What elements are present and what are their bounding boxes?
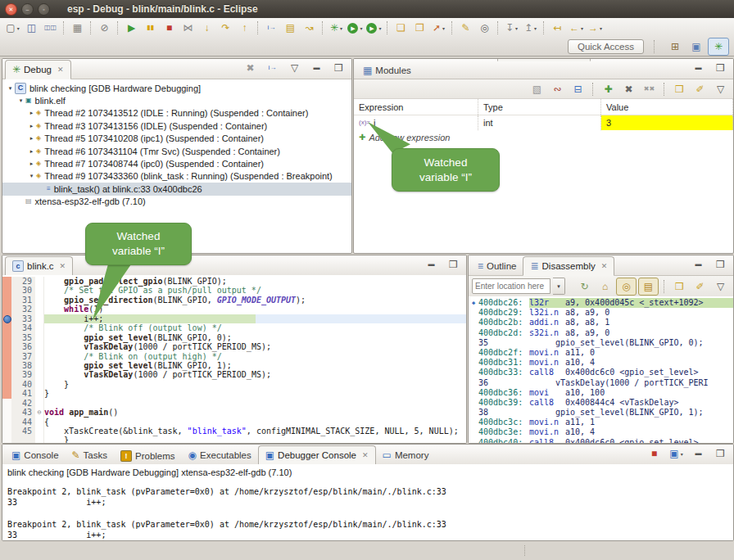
code-line-31[interactable]: 31 gpio_set_direction(BLINK_GPIO, GPIO_M… <box>2 296 466 305</box>
code-line-38[interactable]: 38 gpio_set_level(BLINK_GPIO, 1); <box>2 361 466 370</box>
disasm-line-400dbc3e[interactable]: 400dbc3e:movi.na10, 4 <box>469 427 733 437</box>
tab-executables[interactable]: ◉Executables <box>182 446 258 464</box>
disasm-line-400dbc3c[interactable]: 400dbc3c:movi.na11, 1 <box>469 418 733 427</box>
code-line-37[interactable]: 37 /* Blink on (output high) */ <box>2 352 466 361</box>
tab-outline[interactable]: ≡Outline <box>471 257 523 275</box>
tab-blink-c[interactable]: cblink.c✕ <box>5 256 73 276</box>
expand-arrow-icon[interactable]: ▾ <box>6 85 15 92</box>
breakpoint-annotation[interactable] <box>2 314 11 323</box>
dropdown-arrow-icon[interactable]: ▾ <box>360 25 362 31</box>
code-line-40[interactable]: 40 } <box>2 380 466 389</box>
new-view-icon[interactable]: ❒ <box>670 278 689 295</box>
disconnect-icon[interactable]: ⋈ <box>179 20 197 36</box>
code-line-39[interactable]: 39 vTaskDelay(1000 / portTICK_PERIOD_MS)… <box>2 370 466 379</box>
tab-variables[interactable]: (x)=Variables <box>356 58 423 61</box>
run-dropdown-icon[interactable]: ▶▾ <box>346 20 365 36</box>
mark-occurrences-icon[interactable]: ✎ <box>456 20 475 36</box>
collapse-arrow-icon[interactable]: ▸ <box>27 110 36 116</box>
tree-item-blink-elf[interactable]: ▾▣blink.elf <box>2 94 351 106</box>
dropdown-arrow-icon[interactable]: ▾ <box>340 25 342 31</box>
suspend-icon[interactable]: ▮▮ <box>141 20 160 36</box>
window-maximize-button[interactable]: ▫ <box>38 3 50 16</box>
collapse-arrow-icon[interactable]: ▸ <box>27 160 36 167</box>
show-debug-context-icon[interactable]: ▤ <box>281 20 300 36</box>
location-input[interactable] <box>472 278 550 294</box>
new-wizard-icon[interactable]: ▢▾ <box>3 20 22 36</box>
tab-debug[interactable]: ✳Debug✕ <box>5 60 71 79</box>
previous-annotation-icon[interactable]: ↥▾ <box>521 20 540 36</box>
instruction-stepping-mode-icon[interactable]: i→ <box>263 60 282 76</box>
code-line-33[interactable]: 33 i++; <box>2 314 466 323</box>
collapse-arrow-icon[interactable]: ▸ <box>27 123 36 129</box>
tab-close-icon[interactable]: ✕ <box>601 262 608 270</box>
code-editor[interactable]: 29 gpio_pad_select_gpio(BLINK_GPIO);30 /… <box>2 275 466 443</box>
tree-item-blink-task-at-blink-c[interactable]: ≡blink_task() at blink.c:33 0x400dbc26 <box>2 183 351 195</box>
external-tools-dropdown-icon[interactable]: ▶▾ <box>365 20 383 36</box>
code-line-32[interactable]: 32 while(1) <box>2 305 466 314</box>
column-header-type[interactable]: Type <box>478 99 601 115</box>
disasm-line-400dbc2d[interactable]: 400dbc2d:s32i.na8, a9, 0 <box>469 328 733 338</box>
build-icon[interactable]: ▦ <box>68 20 87 36</box>
last-edit-location-icon[interactable]: ↤ <box>548 20 567 36</box>
code-line-41[interactable]: 41} <box>2 389 466 398</box>
disasm-line-400dbc39[interactable]: 400dbc39:call80x400844c4 <vTaskDelay> <box>469 398 733 408</box>
quick-access-button[interactable]: Quick Access <box>568 39 644 54</box>
remove-all-terminated-icon[interactable]: ✖ <box>241 60 260 76</box>
view-menu-icon[interactable]: ▽ <box>711 81 730 97</box>
dropdown-arrow-icon[interactable]: ▾ <box>681 451 683 457</box>
tab-modules[interactable]: ▦Modules <box>356 61 418 79</box>
tab-disassembly[interactable]: ≣Disassembly✕ <box>523 256 614 276</box>
tab-memory[interactable]: ▭Memory <box>376 446 436 464</box>
resume-icon[interactable]: ▶ <box>122 20 141 36</box>
next-annotation-icon[interactable]: ↧▾ <box>502 20 521 36</box>
sync-active-context-icon[interactable]: ◎ <box>616 278 637 296</box>
dropdown-arrow-icon[interactable]: ▾ <box>600 25 602 31</box>
add-expression-plus-icon[interactable]: ✚ <box>359 133 365 142</box>
debug-perspective-icon[interactable]: ✳ <box>708 38 729 56</box>
disasm-line-400dbc31[interactable]: 400dbc31:movi.na10, 4 <box>469 358 733 368</box>
tree-item-thread-5-1073410208-ip[interactable]: ▸◈Thread #5 1073410208 (ipc1) (Suspended… <box>2 133 351 145</box>
open-element-icon[interactable]: ◎ <box>475 20 494 36</box>
minimize-icon[interactable]: ▬ <box>689 445 708 462</box>
fold-collapse-icon[interactable]: ⊖ <box>35 408 44 417</box>
code-line-43[interactable]: 43⊖void app_main() <box>2 408 466 417</box>
disasm-line-400dbc36[interactable]: 400dbc36:movia10, 100 <box>469 388 733 398</box>
step-return-icon[interactable]: ↑ <box>235 20 254 36</box>
disasm-line-400dbc33[interactable]: 400dbc33:call80x400dc6c0 <gpio_set_level… <box>469 368 733 377</box>
remove-expression-icon[interactable]: ✖ <box>619 81 638 97</box>
flash-folder-icon[interactable]: ❏ <box>392 20 410 36</box>
column-header-expression[interactable]: Expression <box>354 99 478 115</box>
collapse-all-icon[interactable]: ⊟ <box>569 81 587 97</box>
disasm-line-400dbc40[interactable]: 400dbc40:call80x400dc6c0 <gpio_set_level… <box>469 438 733 443</box>
expand-arrow-icon[interactable]: ▾ <box>16 97 25 104</box>
maximize-icon[interactable]: ❒ <box>329 60 348 76</box>
step-over-icon[interactable]: ↷ <box>216 20 235 36</box>
tree-item-thread-6-1073431104-tm[interactable]: ▸◈Thread #6 1073431104 (Tmr Svc) (Suspen… <box>2 145 351 157</box>
disasm-line-400dbc29[interactable]: 400dbc29:l32i.na8, a9, 0 <box>469 308 733 318</box>
terminate-icon[interactable]: ■ <box>645 445 664 462</box>
window-close-button[interactable]: ✕ <box>5 3 17 16</box>
dropdown-arrow-icon[interactable]: ▾ <box>17 25 20 31</box>
tree-item-blink-checking-gdb-hard[interactable]: ▾Cblink checking [GDB Hardware Debugging… <box>2 82 351 94</box>
tab-close-icon[interactable]: ✕ <box>60 262 66 270</box>
dropdown-arrow-icon[interactable]: ▾ <box>378 25 381 31</box>
code-line-partial[interactable]: } <box>2 436 466 443</box>
code-line-45[interactable]: 45 xTaskCreate(&blink_task, "blink_task"… <box>2 427 466 436</box>
code-line-30[interactable]: 30 /* Set the GPIO as a push/pull output… <box>2 286 466 295</box>
code-line-42[interactable]: 42 <box>2 399 466 408</box>
collapse-arrow-icon[interactable]: ▸ <box>27 135 36 142</box>
tab-close-icon[interactable]: ✕ <box>57 65 64 74</box>
pin-view-icon[interactable]: ✐ <box>691 81 709 97</box>
disasm-line-400dbc2b[interactable]: 400dbc2b:addi.na8, a8, 1 <box>469 318 733 327</box>
tab-registers[interactable]: ||||Registers <box>591 58 654 61</box>
location-dropdown-icon[interactable]: ▼ <box>553 278 565 295</box>
breakpoint-icon[interactable] <box>3 315 11 323</box>
dropdown-arrow-icon[interactable]: ▾ <box>442 25 445 31</box>
debug-dropdown-icon[interactable]: ✳▾ <box>327 20 346 36</box>
display-console-icon[interactable]: ▣▾ <box>667 445 686 462</box>
collapse-arrow-icon[interactable]: ▸ <box>27 148 36 155</box>
dropdown-arrow-icon[interactable]: ▾ <box>534 25 537 31</box>
tree-item-thread-3-1073413156-id[interactable]: ▸◈Thread #3 1073413156 (IDLE) (Suspended… <box>2 120 351 132</box>
disasm-line-400dbc26[interactable]: ◆400dbc26:l32ra9, 0x400d045c <_stext+109… <box>469 298 733 308</box>
debugger-console-body[interactable]: blink checking [GDB Hardware Debugging] … <box>2 464 733 540</box>
